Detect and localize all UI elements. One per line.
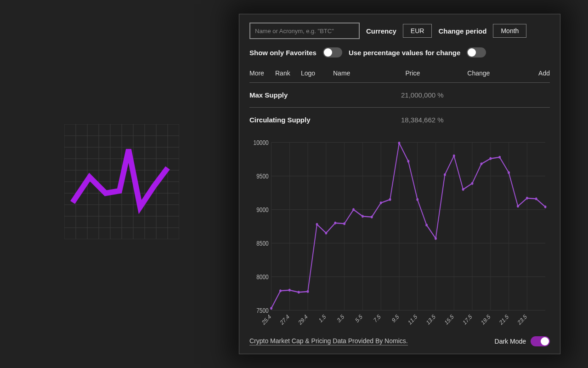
svg-point-59: [362, 215, 364, 218]
svg-text:25.4: 25.4: [261, 313, 272, 326]
svg-text:8000: 8000: [256, 273, 269, 281]
svg-point-73: [489, 157, 492, 160]
circulating-supply-value: 18,384,662 %: [401, 116, 444, 124]
svg-text:19.5: 19.5: [480, 313, 491, 326]
circulating-supply-row: Circulating Supply 18,384,662 %: [249, 108, 550, 132]
max-supply-row: Max Supply 21,000,000 %: [249, 83, 550, 108]
table-header: More Rank Logo Name Price Change Add: [249, 69, 550, 83]
svg-point-70: [462, 188, 464, 191]
svg-text:15.5: 15.5: [444, 313, 455, 326]
svg-text:8500: 8500: [256, 239, 269, 247]
svg-text:11.5: 11.5: [407, 313, 418, 326]
svg-point-61: [380, 201, 382, 204]
col-name[interactable]: Name: [333, 69, 405, 77]
chart-line-icon: [64, 124, 179, 239]
col-change[interactable]: Change: [467, 69, 524, 77]
svg-point-64: [407, 160, 409, 162]
attribution-link[interactable]: Crypto Market Cap & Pricing Data Provide…: [249, 337, 408, 345]
svg-text:7500: 7500: [256, 306, 269, 314]
crypto-panel: Currency EUR Change period Month Show on…: [239, 14, 560, 354]
svg-point-49: [270, 307, 272, 310]
svg-point-57: [343, 222, 345, 225]
col-add[interactable]: Add: [524, 69, 550, 77]
svg-text:17.5: 17.5: [462, 313, 473, 326]
svg-point-62: [389, 198, 391, 201]
svg-point-60: [371, 216, 373, 218]
svg-text:3.5: 3.5: [336, 313, 345, 324]
svg-point-65: [416, 198, 418, 201]
svg-point-53: [307, 290, 309, 293]
svg-text:23.5: 23.5: [517, 313, 528, 326]
col-price[interactable]: Price: [405, 69, 467, 77]
svg-point-55: [325, 232, 327, 235]
dark-mode-toggle[interactable]: [531, 336, 550, 346]
col-rank[interactable]: Rank: [275, 69, 301, 77]
dark-mode-control: Dark Mode: [495, 336, 550, 346]
svg-text:9000: 9000: [256, 206, 269, 213]
svg-point-75: [508, 171, 510, 174]
svg-text:1.5: 1.5: [318, 313, 327, 324]
svg-point-72: [481, 162, 483, 165]
svg-text:9.5: 9.5: [391, 313, 400, 324]
svg-point-68: [444, 173, 446, 176]
svg-point-58: [352, 208, 355, 211]
svg-point-67: [435, 237, 437, 240]
svg-text:29.4: 29.4: [298, 313, 309, 326]
svg-text:5.5: 5.5: [355, 313, 364, 324]
svg-point-56: [334, 222, 336, 224]
controls-row: Currency EUR Change period Month: [249, 23, 550, 39]
svg-point-71: [471, 182, 474, 185]
favorites-toggle-label: Show only Favorites: [249, 49, 317, 57]
max-supply-value: 21,000,000 %: [401, 91, 444, 99]
svg-text:13.5: 13.5: [425, 313, 436, 326]
svg-point-66: [425, 224, 428, 226]
col-more[interactable]: More: [249, 69, 275, 77]
svg-point-74: [498, 156, 501, 159]
favorites-toggle[interactable]: [323, 47, 342, 58]
percentage-toggle-label: Use percentage values for change: [349, 49, 460, 57]
svg-point-51: [288, 289, 291, 292]
svg-point-76: [517, 205, 519, 207]
svg-text:10000: 10000: [254, 138, 269, 146]
svg-point-79: [544, 206, 547, 208]
period-select[interactable]: Month: [493, 24, 526, 38]
svg-text:7.5: 7.5: [373, 313, 382, 324]
brand-logo: [64, 124, 179, 239]
svg-point-50: [279, 289, 282, 292]
search-input[interactable]: [249, 23, 360, 39]
svg-point-69: [453, 155, 455, 157]
percentage-toggle[interactable]: [467, 47, 486, 58]
svg-text:21.5: 21.5: [498, 313, 509, 326]
svg-point-63: [398, 142, 401, 144]
panel-footer: Crypto Market Cap & Pricing Data Provide…: [249, 336, 550, 346]
svg-point-77: [526, 197, 528, 200]
currency-label: Currency: [366, 27, 396, 35]
currency-select[interactable]: EUR: [403, 24, 432, 38]
col-logo[interactable]: Logo: [301, 69, 333, 77]
svg-point-52: [298, 291, 300, 293]
svg-point-54: [316, 223, 318, 226]
svg-text:27.4: 27.4: [279, 313, 290, 326]
period-label: Change period: [438, 27, 486, 35]
svg-text:9500: 9500: [256, 172, 269, 180]
dark-mode-label: Dark Mode: [495, 338, 526, 345]
toggle-row: Show only Favorites Use percentage value…: [249, 47, 550, 58]
circulating-supply-label: Circulating Supply: [249, 116, 401, 124]
price-chart: 750080008500900095001000025.427.429.41.5…: [249, 137, 550, 334]
svg-point-78: [535, 197, 537, 200]
max-supply-label: Max Supply: [249, 91, 401, 99]
